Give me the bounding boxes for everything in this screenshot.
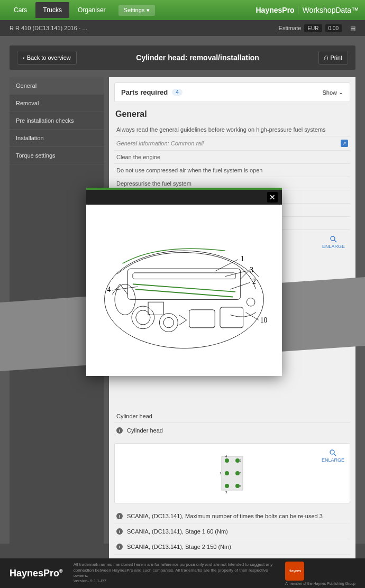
torque-text: SCANIA, (DC13.141), Stage 2 150 (Nm) (127, 544, 231, 550)
enlarge-button[interactable]: ENLARGE (322, 235, 345, 249)
external-link-icon: ↗ (341, 140, 348, 147)
top-nav-bar: Cars Trucks Organiser Settings ▾ HaynesP… (0, 0, 365, 20)
back-label: Back to overview (27, 54, 71, 61)
brand: HaynesPro WorkshopData™ (256, 6, 359, 14)
currency-badge: EUR (304, 24, 322, 32)
info-icon: i (116, 544, 123, 550)
footer-disclaimer: All trademark names mentioned herein are… (74, 562, 275, 584)
svg-point-5 (225, 458, 229, 463)
page-header: ‹ Back to overview Cylinder head: remova… (10, 45, 355, 70)
info-icon: i (116, 513, 123, 519)
chevron-left-icon: ‹ (23, 54, 25, 61)
info-row: Depressurise the fuel system (114, 177, 350, 190)
sidebar-item-installation[interactable]: Installation (10, 130, 104, 147)
cylinder-head-diagram: ENLARGE 4 2 1 5 6 3 (114, 443, 350, 503)
svg-point-7 (235, 458, 240, 463)
info-row-link[interactable]: General information: Common rail ↗ (114, 136, 350, 151)
info-row: Always read the general guidelines befor… (114, 123, 350, 136)
sub-item: i Cylinder head (114, 423, 350, 438)
parts-label: Parts required (121, 88, 168, 96)
info-row: Clean the engine (114, 151, 350, 164)
svg-text:3: 3 (225, 491, 227, 494)
parts-count: 4 (172, 89, 182, 96)
print-icon: ⎙ (324, 54, 328, 61)
enlarge-label: ENLARGE (322, 244, 345, 249)
brand-main: HaynesPro (256, 6, 295, 14)
torque-row: iSCANIA, (DC13.141), Stage 2 150 (Nm) (114, 539, 350, 555)
vehicle-name: R R 410 (DC13.141) 2016 - ... (10, 25, 87, 31)
haynes-badge: Haynes (285, 562, 304, 581)
svg-text:1: 1 (220, 472, 222, 475)
footer-member: A member of the Haynes Publishing Group (285, 582, 355, 585)
svg-point-13 (225, 484, 229, 488)
info-row: Use the special tool SDP3 (114, 190, 350, 204)
chevron-down-icon: ⌄ (339, 89, 343, 96)
chevron-down-icon: ▾ (147, 7, 150, 14)
bolt-pattern-svg: 4 2 1 5 6 3 (216, 452, 248, 494)
back-button[interactable]: ‹ Back to overview (17, 51, 77, 65)
nav-organiser[interactable]: Organiser (70, 2, 113, 18)
torque-row: iSCANIA, (DC13.141), Stage 1 60 (Nm) (114, 524, 350, 539)
magnify-icon (329, 449, 336, 456)
torque-text: SCANIA, (DC13.141), Stage 1 60 (Nm) (127, 528, 228, 535)
sub-section-heading: Cylinder head (114, 410, 350, 423)
sidebar-item-pre-installation[interactable]: Pre installation checks (10, 112, 104, 130)
brand-sub: WorkshopData™ (298, 6, 359, 14)
sidebar-item-general[interactable]: General (10, 77, 104, 95)
parts-card: Parts required 4 Show ⌄ (114, 82, 350, 102)
amount-badge: 0.00 (325, 24, 342, 32)
settings-dropdown[interactable]: Settings ▾ (118, 5, 156, 16)
estimate-label: Estimate (279, 25, 302, 31)
svg-point-11 (235, 471, 240, 475)
estimate-menu-icon[interactable]: ▤ (350, 25, 355, 32)
svg-line-1 (334, 240, 336, 242)
print-button[interactable]: ⎙ Print (318, 51, 348, 65)
show-label: Show (322, 89, 337, 96)
svg-point-0 (331, 236, 335, 241)
enlarge-label: ENLARGE (322, 457, 344, 463)
sidebar-item-removal[interactable]: Removal (10, 95, 104, 112)
vehicle-bar: R R 410 (DC13.141) 2016 - ... Estimate E… (0, 20, 365, 36)
sub-item-text: Cylinder head (127, 427, 163, 434)
print-label: Print (330, 54, 342, 61)
info-row: Tilt the cab into repair position (114, 204, 350, 217)
info-icon: i (116, 427, 123, 434)
parts-show-toggle[interactable]: Show ⌄ (322, 89, 343, 96)
info-icon: i (116, 528, 123, 535)
settings-label: Settings (124, 7, 145, 13)
svg-point-9 (225, 471, 229, 475)
sidebar-item-torque[interactable]: Torque settings (10, 147, 104, 164)
enlarge-button[interactable]: ENLARGE (322, 449, 344, 463)
info-row: Disconnect the battery earth cable (114, 217, 350, 230)
svg-point-15 (235, 484, 240, 488)
footer: HaynesPro® All trademark names mentioned… (0, 558, 365, 588)
magnify-icon (330, 235, 337, 243)
torque-text: SCANIA, (DC13.141), Maximum number of ti… (127, 513, 323, 519)
footer-logo: HaynesPro® (10, 568, 63, 579)
nav-trucks[interactable]: Trucks (35, 2, 69, 18)
svg-point-2 (330, 450, 334, 454)
section-heading: General (114, 109, 350, 119)
svg-line-3 (334, 454, 336, 456)
page-title: Cylinder head: removal/installation (77, 53, 319, 62)
torque-row: iSCANIA, (DC13.141), Maximum number of t… (114, 509, 350, 524)
nav-cars[interactable]: Cars (6, 2, 34, 18)
info-row: Do not use compressed air when the fuel … (114, 164, 350, 177)
info-row-text: General information: Common rail (116, 140, 204, 146)
